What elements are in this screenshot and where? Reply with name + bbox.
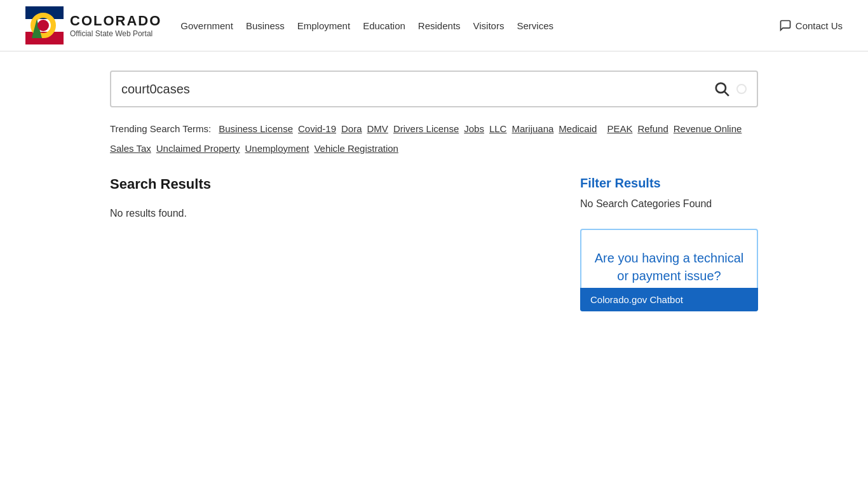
nav-education[interactable]: Education — [363, 20, 405, 31]
trending-link-5[interactable]: Jobs — [464, 120, 484, 137]
search-button[interactable] — [711, 78, 733, 100]
chatbot-question: Are you having a technical or payment is… — [594, 249, 744, 285]
svg-point-5 — [37, 20, 49, 31]
no-categories-text: No Search Categories Found — [580, 198, 758, 210]
chatbot-box[interactable]: Are you having a technical or payment is… — [580, 229, 758, 311]
trending-link-8[interactable]: Medicaid — [559, 120, 597, 137]
trending-link-0[interactable]: Business License — [219, 120, 293, 137]
search-input[interactable] — [121, 82, 711, 97]
search-bar — [110, 71, 758, 107]
nav-government[interactable]: Government — [180, 20, 233, 31]
logo-subtitle: Official State Web Portal — [70, 29, 161, 38]
main-nav: Government Business Employment Education… — [180, 20, 772, 31]
nav-services[interactable]: Services — [517, 20, 553, 31]
trending-link-1[interactable]: Covid-19 — [298, 120, 336, 137]
trending-link-11[interactable]: Revenue Online — [674, 120, 742, 137]
svg-line-7 — [724, 92, 729, 96]
colorado-logo-icon — [25, 6, 64, 44]
nav-residents[interactable]: Residents — [418, 20, 461, 31]
trending-link-7[interactable]: Marijuana — [512, 120, 553, 137]
filter-results-title: Filter Results — [580, 176, 758, 191]
trending-label: Trending Search Terms: — [110, 120, 211, 137]
trending-link-14[interactable]: Unemployment — [245, 140, 309, 157]
trending-link-10[interactable]: Refund — [637, 120, 668, 137]
search-spinner — [736, 84, 747, 94]
chatbot-bar[interactable]: Colorado.gov Chatbot — [580, 288, 758, 311]
logo-text-area: COLORADO Official State Web Portal — [70, 13, 161, 38]
results-sidebar: Filter Results No Search Categories Foun… — [580, 176, 758, 311]
logo-title: COLORADO — [70, 13, 161, 29]
site-header: COLORADO Official State Web Portal Gover… — [0, 0, 868, 51]
trending-link-4[interactable]: Drivers License — [393, 120, 459, 137]
chatbot-bar-label: Colorado.gov Chatbot — [590, 294, 683, 305]
no-results-text: No results found. — [110, 208, 555, 219]
trending-link-13[interactable]: Unclaimed Property — [156, 140, 240, 157]
trending-link-6[interactable]: LLC — [489, 120, 507, 137]
results-layout: Search Results No results found. Filter … — [110, 176, 758, 311]
contact-us-label: Contact Us — [796, 20, 843, 31]
nav-visitors[interactable]: Visitors — [473, 20, 505, 31]
results-main: Search Results No results found. — [110, 176, 555, 311]
trending-link-9[interactable]: PEAK — [607, 120, 632, 137]
contact-us-link[interactable]: Contact Us — [779, 19, 843, 32]
svg-point-6 — [716, 83, 726, 93]
search-icon — [714, 81, 730, 97]
trending-link-12[interactable]: Sales Tax — [110, 140, 151, 157]
nav-employment[interactable]: Employment — [297, 20, 350, 31]
trending-link-2[interactable]: Dora — [341, 120, 362, 137]
chat-bubble-icon — [779, 19, 792, 32]
trending-link-3[interactable]: DMV — [367, 120, 388, 137]
nav-business[interactable]: Business — [246, 20, 285, 31]
logo-link[interactable]: COLORADO Official State Web Portal — [25, 6, 161, 44]
results-title: Search Results — [110, 176, 555, 193]
trending-link-15[interactable]: Vehicle Registration — [314, 140, 398, 157]
trending-terms: Trending Search Terms: Business License … — [110, 120, 758, 157]
main-content: Trending Search Terms: Business License … — [85, 51, 783, 330]
